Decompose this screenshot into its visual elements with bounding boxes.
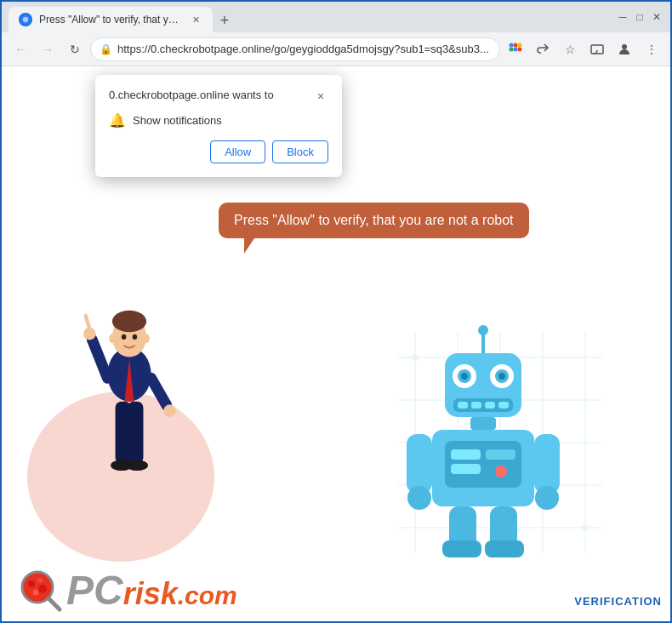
svg-point-6 [518,47,522,51]
speech-text: Press "Allow" to verify, that you are no… [234,213,514,227]
person-illustration [44,281,214,553]
svg-point-71 [28,580,35,587]
tab-strip: Press "Allow" to verify, that you a... ✕… [9,2,606,32]
svg-rect-51 [458,402,468,409]
cast-icon[interactable] [585,37,609,61]
lock-icon: 🔒 [100,43,112,55]
popup-header: 0.checkrobotpage.online wants to × [109,89,328,104]
svg-rect-52 [471,402,481,409]
profile-icon[interactable] [612,37,636,61]
window-controls: ─ □ ✕ [616,10,663,24]
svg-point-74 [33,590,39,596]
svg-point-13 [133,334,137,340]
svg-rect-22 [128,402,143,464]
svg-line-17 [92,340,107,379]
svg-point-3 [518,43,522,47]
pcrisk-logo: PCrisk.com [19,569,237,613]
svg-rect-68 [442,540,481,557]
browser-toolbar: ← → ↻ 🔒 https://0.checkrobotpage.online/… [2,32,670,66]
bookmark-icon[interactable]: ☆ [558,37,582,61]
svg-point-12 [122,334,126,340]
svg-point-49 [498,373,505,380]
svg-rect-59 [451,464,481,474]
back-button[interactable]: ← [9,37,32,61]
pcrisk-magnifier-icon [19,569,63,613]
tab-title: Press "Allow" to verify, that you a... [39,14,182,26]
svg-point-8 [622,44,627,49]
svg-line-19 [151,378,167,405]
close-window-button[interactable]: ✕ [650,10,663,24]
address-bar[interactable]: 🔒 https://0.checkrobotpage.online/go/gey… [90,37,500,61]
new-tab-button[interactable]: + [213,9,236,32]
forward-button[interactable]: → [36,37,60,61]
svg-point-42 [478,325,488,335]
svg-rect-55 [470,417,496,430]
svg-line-75 [48,598,60,609]
title-bar: Press "Allow" to verify, that you a... ✕… [2,2,670,32]
svg-point-72 [37,578,43,583]
svg-rect-54 [498,402,509,409]
svg-point-48 [461,373,468,380]
svg-point-4 [510,47,514,51]
minimize-button[interactable]: ─ [616,10,629,24]
svg-point-20 [163,404,176,417]
svg-point-24 [126,460,148,471]
refresh-button[interactable]: ↻ [63,37,87,61]
share-icon[interactable] [531,37,555,61]
svg-point-15 [143,334,149,343]
svg-point-40 [582,524,589,531]
popup-close-button[interactable]: × [313,89,328,104]
svg-point-5 [514,47,518,51]
svg-point-11 [112,311,146,333]
block-button[interactable]: Block [272,140,328,163]
svg-point-1 [510,43,514,47]
allow-button[interactable]: Allow [210,140,265,163]
popup-title: 0.checkrobotpage.online wants to [109,89,274,101]
browser-window: Press "Allow" to verify, that you a... ✕… [2,2,670,621]
url-text: https://0.checkrobotpage.online/go/geygi… [117,43,491,55]
pcrisk-risk-text: risk [123,579,178,609]
pcrisk-com-text: .com [178,583,237,609]
svg-point-2 [514,43,518,47]
verification-badge: VERIFICATION [574,595,662,608]
active-tab[interactable]: Press "Allow" to verify, that you a... ✕ [9,7,213,32]
popup-notification-text: Show notifications [133,114,222,127]
svg-rect-64 [534,434,560,494]
pcrisk-pc-text: PC [66,570,123,611]
maximize-button[interactable]: □ [633,10,646,24]
tab-favicon [19,13,32,26]
robot-illustration [398,323,568,553]
svg-point-61 [495,466,507,477]
svg-rect-53 [485,402,495,409]
bell-icon: 🔔 [109,112,126,129]
svg-point-73 [38,585,47,593]
google-apps-icon[interactable] [504,37,527,61]
svg-point-65 [535,486,559,510]
popup-buttons: Allow Block [109,140,328,163]
popup-notification-row: 🔔 Show notifications [109,112,328,129]
svg-rect-58 [451,449,481,460]
menu-icon[interactable]: ⋮ [640,37,663,61]
tab-close-button[interactable]: ✕ [189,13,202,26]
page-content: 0.checkrobotpage.online wants to × 🔔 Sho… [2,66,670,621]
svg-rect-62 [407,434,432,494]
toolbar-actions: ☆ ⋮ [504,37,663,61]
svg-line-25 [86,316,90,329]
pcrisk-logo-text: PCrisk.com [66,570,237,611]
notification-popup: 0.checkrobotpage.online wants to × 🔔 Sho… [95,75,342,177]
svg-point-14 [109,334,115,343]
svg-rect-60 [486,449,515,460]
speech-bubble: Press "Allow" to verify, that you are no… [219,203,529,238]
svg-point-63 [407,486,431,510]
svg-rect-69 [485,540,524,557]
